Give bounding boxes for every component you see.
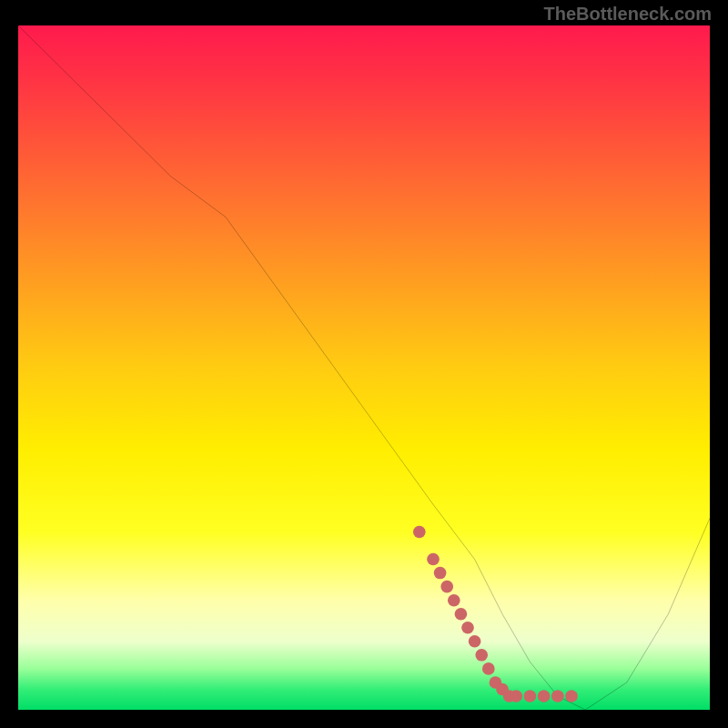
marker-dot — [475, 649, 488, 662]
chart-svg — [18, 25, 710, 710]
marker-dot — [461, 622, 474, 634]
bottleneck-curve-line — [18, 25, 710, 710]
marker-dot — [448, 594, 460, 607]
marker-dot — [440, 581, 453, 593]
highlight-markers — [413, 526, 578, 703]
marker-dot — [551, 690, 564, 703]
marker-dot — [524, 690, 537, 703]
marker-dot — [469, 635, 481, 648]
marker-dot — [427, 553, 440, 566]
marker-dot — [413, 526, 426, 539]
marker-dot — [434, 567, 447, 580]
marker-dot — [565, 690, 578, 703]
marker-dot — [455, 608, 468, 621]
marker-dot — [510, 690, 522, 703]
chart-plot-area — [18, 25, 710, 710]
marker-dot — [482, 662, 495, 675]
marker-dot — [538, 690, 551, 703]
watermark-text: TheBottleneck.com — [544, 4, 712, 25]
